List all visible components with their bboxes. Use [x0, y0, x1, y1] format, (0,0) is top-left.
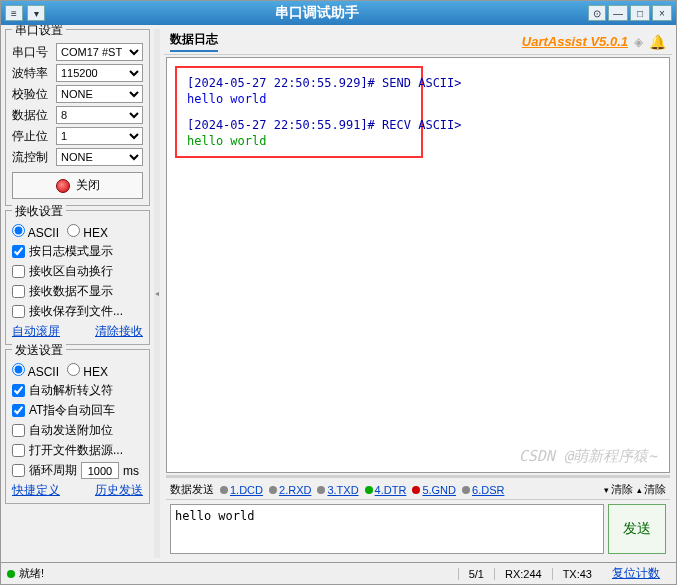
dropdown-icon[interactable]: ▾	[27, 5, 45, 21]
log-textarea[interactable]: [2024-05-27 22:50:55.929]# SEND ASCII> h…	[166, 57, 670, 473]
maximize-button[interactable]: □	[630, 5, 650, 21]
send-filesrc-checkbox[interactable]	[12, 444, 25, 457]
status-rx: RX:244	[494, 568, 552, 580]
send-settings-panel: 发送设置 ASCII HEX 自动解析转义符 AT指令自动回车 自动发送附加位 …	[5, 349, 150, 504]
stopbits-label: 停止位	[12, 128, 52, 145]
clear-down-button[interactable]: ▾清除	[604, 482, 633, 497]
sig-dcd[interactable]: 1.DCD	[220, 484, 263, 496]
log-title: 数据日志	[170, 31, 218, 52]
send-append-checkbox[interactable]	[12, 424, 25, 437]
toggle-port-button[interactable]: 关闭	[12, 172, 143, 199]
send-ascii-radio-row[interactable]: ASCII	[12, 363, 59, 379]
databits-label: 数据位	[12, 107, 52, 124]
status-led-icon	[7, 570, 15, 578]
log-send-text: hello world	[187, 92, 411, 106]
flow-select[interactable]: NONE	[56, 148, 143, 166]
sidebar: 串口设置 串口号COM17 #ST 波特率115200 校验位NONE 数据位8…	[5, 29, 150, 558]
send-cb1-label: 自动解析转义符	[29, 382, 113, 399]
history-link[interactable]: 历史发送	[95, 482, 143, 499]
send-loop-checkbox[interactable]	[12, 464, 25, 477]
send-hex-radio[interactable]	[67, 363, 80, 376]
recv-logmode-checkbox[interactable]	[12, 245, 25, 258]
stopbits-select[interactable]: 1	[56, 127, 143, 145]
flow-label: 流控制	[12, 149, 52, 166]
port-status-led-icon	[56, 179, 70, 193]
recv-hex-radio[interactable]	[67, 224, 80, 237]
port-settings-panel: 串口设置 串口号COM17 #ST 波特率115200 校验位NONE 数据位8…	[5, 29, 150, 206]
toggle-port-label: 关闭	[76, 177, 100, 194]
bell-icon[interactable]: 🔔	[649, 34, 666, 50]
port-select[interactable]: COM17 #ST	[56, 43, 143, 61]
send-header-title: 数据发送	[170, 482, 214, 497]
send-cb4-label: 打开文件数据源...	[29, 442, 123, 459]
vertical-splitter[interactable]: ◂	[154, 29, 160, 558]
recv-cb2-label: 接收区自动换行	[29, 263, 113, 280]
recv-hex-radio-row[interactable]: HEX	[67, 224, 108, 240]
send-panel: 数据发送 1.DCD 2.RXD 3.TXD 4.DTR 5.GND 6.DSR…	[166, 480, 670, 558]
send-atcr-checkbox[interactable]	[12, 404, 25, 417]
port-label: 串口号	[12, 44, 52, 61]
send-hex-radio-row[interactable]: HEX	[67, 363, 108, 379]
horizontal-splitter[interactable]	[166, 475, 670, 478]
status-ready: 就绪!	[19, 566, 44, 581]
log-recv-text: hello world	[187, 134, 411, 148]
send-panel-title: 发送设置	[12, 342, 66, 359]
sig-dsr[interactable]: 6.DSR	[462, 484, 504, 496]
titlebar: ≡ ▾ 串口调试助手 ⊙ — □ ×	[1, 1, 676, 25]
highlight-box: [2024-05-27 22:50:55.929]# SEND ASCII> h…	[175, 66, 423, 158]
loop-period-input[interactable]	[81, 462, 119, 479]
status-count: 5/1	[458, 568, 494, 580]
databits-select[interactable]: 8	[56, 106, 143, 124]
recv-savefile-checkbox[interactable]	[12, 305, 25, 318]
send-input[interactable]	[170, 504, 604, 554]
reset-count-link[interactable]: 复位计数	[602, 565, 670, 582]
send-cb3-label: 自动发送附加位	[29, 422, 113, 439]
sig-dtr[interactable]: 4.DTR	[365, 484, 407, 496]
menu-icon[interactable]: ≡	[5, 5, 23, 21]
pin-icon[interactable]: ⊙	[588, 5, 606, 21]
autoscroll-link[interactable]: 自动滚屏	[12, 323, 60, 340]
diamond-icon[interactable]: ◈	[634, 35, 643, 49]
minimize-button[interactable]: —	[608, 5, 628, 21]
recv-ascii-radio-row[interactable]: ASCII	[12, 224, 59, 240]
log-timestamp: [2024-05-27 22:50:55.929]# SEND ASCII>	[187, 76, 411, 90]
recv-autowrap-checkbox[interactable]	[12, 265, 25, 278]
sig-txd[interactable]: 3.TXD	[317, 484, 358, 496]
recv-panel-title: 接收设置	[12, 203, 66, 220]
recv-hide-checkbox[interactable]	[12, 285, 25, 298]
watermark: CSDN @萌新程序猿~	[519, 447, 657, 466]
clear-up-button[interactable]: ▴清除	[637, 482, 666, 497]
log-timestamp: [2024-05-27 22:50:55.991]# RECV ASCII>	[187, 118, 411, 132]
send-button[interactable]: 发送	[608, 504, 666, 554]
clear-recv-link[interactable]: 清除接收	[95, 323, 143, 340]
recv-cb4-label: 接收保存到文件...	[29, 303, 123, 320]
recv-settings-panel: 接收设置 ASCII HEX 按日志模式显示 接收区自动换行 接收数据不显示 接…	[5, 210, 150, 345]
baud-label: 波特率	[12, 65, 52, 82]
send-cb2-label: AT指令自动回车	[29, 402, 115, 419]
statusbar: 就绪! 5/1 RX:244 TX:43 复位计数	[1, 562, 676, 584]
recv-cb3-label: 接收数据不显示	[29, 283, 113, 300]
main-area: 数据日志 UartAssist V5.0.1 ◈ 🔔 [2024-05-27 2…	[164, 29, 672, 558]
close-button[interactable]: ×	[652, 5, 672, 21]
sig-gnd[interactable]: 5.GND	[412, 484, 456, 496]
parity-label: 校验位	[12, 86, 52, 103]
sig-rxd[interactable]: 2.RXD	[269, 484, 311, 496]
app-window: ≡ ▾ 串口调试助手 ⊙ — □ × 串口设置 串口号COM17 #ST 波特率…	[0, 0, 677, 585]
send-loop-label: 循环周期	[29, 462, 77, 479]
baud-select[interactable]: 115200	[56, 64, 143, 82]
window-title: 串口调试助手	[45, 4, 588, 22]
quickdef-link[interactable]: 快捷定义	[12, 482, 60, 499]
brand-text: UartAssist V5.0.1	[522, 34, 628, 49]
port-panel-title: 串口设置	[12, 25, 66, 39]
send-escape-checkbox[interactable]	[12, 384, 25, 397]
send-ascii-radio[interactable]	[12, 363, 25, 376]
loop-unit: ms	[123, 464, 139, 478]
recv-cb1-label: 按日志模式显示	[29, 243, 113, 260]
parity-select[interactable]: NONE	[56, 85, 143, 103]
status-tx: TX:43	[552, 568, 602, 580]
recv-ascii-radio[interactable]	[12, 224, 25, 237]
